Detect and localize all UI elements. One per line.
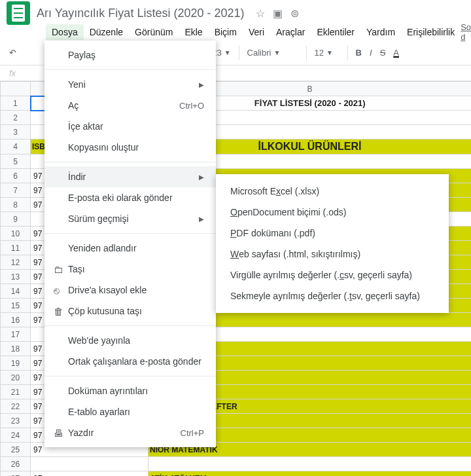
download-tsv[interactable]: Sekmeyle ayrılmış değerler (.tsv, geçerl…: [216, 285, 449, 306]
download-csv[interactable]: Virgülle ayrılmış değerler (.csv, geçerl…: [216, 265, 449, 285]
menu-item-open[interactable]: AçCtrl+O: [44, 95, 216, 116]
menu-item-add-shortcut[interactable]: ⎋Drive'a kısayol ekle: [44, 280, 216, 301]
download-submenu: Microsoft Excel (.xlsx) OpenDocument biç…: [216, 174, 449, 313]
menu-item-download[interactable]: İndir▶: [44, 166, 216, 187]
menu-item-version-history[interactable]: Sürüm geçmişi▶: [44, 208, 216, 229]
menu-item-move-to-trash[interactable]: 🗑Çöp kutusuna taşı: [44, 301, 216, 321]
menu-item-print[interactable]: 🖶YazdırCtrl+P: [44, 422, 216, 443]
row-header[interactable]: 11: [1, 241, 31, 255]
sheets-logo[interactable]: [7, 1, 30, 25]
row-header[interactable]: 14: [1, 284, 31, 299]
menu-addons[interactable]: Eklentiler: [311, 24, 360, 40]
fx-label: fx: [9, 68, 16, 78]
menu-insert[interactable]: Ekle: [179, 24, 208, 40]
menu-item-make-copy[interactable]: Kopyasını oluştur: [44, 137, 216, 158]
menu-help[interactable]: Yardım: [360, 24, 401, 40]
row-header[interactable]: 1: [1, 96, 31, 111]
bold-button[interactable]: B: [353, 45, 364, 60]
row-header[interactable]: 8: [1, 198, 31, 212]
menu-format[interactable]: Biçim: [209, 24, 243, 40]
row-header[interactable]: 4: [1, 139, 31, 155]
download-pdf[interactable]: PDF dokümanı (.pdf): [216, 223, 449, 244]
file-menu-dropdown: Paylaş Yeni▶ AçCtrl+O İçe aktar Kopyasın…: [44, 41, 216, 447]
download-ods[interactable]: OpenDocument biçimi (.ods): [216, 202, 449, 223]
menu-edit[interactable]: Düzenle: [84, 24, 129, 40]
row-header[interactable]: 2: [1, 111, 31, 125]
row-header[interactable]: 12: [1, 255, 31, 270]
row-header[interactable]: 10: [1, 227, 31, 241]
chevron-right-icon: ▶: [199, 174, 204, 181]
trash-icon: 🗑: [54, 306, 68, 317]
download-xlsx[interactable]: Microsoft Excel (.xlsx): [216, 181, 449, 202]
menu-item-share[interactable]: Paylaş: [44, 45, 216, 65]
menu-item-new[interactable]: Yeni▶: [44, 74, 216, 95]
row-header[interactable]: 21: [1, 385, 31, 399]
cloud-status-icon[interactable]: ⊚: [290, 8, 299, 19]
chevron-right-icon: ▶: [199, 215, 204, 223]
menu-view[interactable]: Görünüm: [129, 24, 179, 40]
row-header[interactable]: 17: [1, 327, 31, 342]
undo-button[interactable]: ↶: [7, 45, 19, 60]
row-header[interactable]: 19: [1, 356, 31, 371]
row-header[interactable]: 27: [1, 471, 31, 477]
strikethrough-button[interactable]: S: [377, 45, 389, 60]
move-folder-icon[interactable]: ▣: [273, 8, 283, 19]
folder-move-icon: 🗀: [54, 264, 68, 275]
text-color-button[interactable]: A: [391, 45, 402, 60]
star-icon[interactable]: ☆: [256, 8, 265, 19]
row-header[interactable]: 13: [1, 270, 31, 284]
menu-tools[interactable]: Araçlar: [270, 24, 311, 40]
menu-item-publish-web[interactable]: Web'de yayınla: [44, 330, 216, 351]
menu-item-rename[interactable]: Yeniden adlandır: [44, 238, 216, 259]
row-header[interactable]: 15: [1, 299, 31, 313]
menu-accessibility[interactable]: Erişilebilirlik: [401, 24, 461, 40]
menu-file[interactable]: Dosya: [46, 24, 84, 40]
row-header[interactable]: 24: [1, 428, 31, 443]
menu-item-move[interactable]: 🗀Taşı: [44, 259, 216, 280]
menu-item-document-details[interactable]: Doküman ayrıntıları: [44, 380, 216, 401]
italic-button[interactable]: I: [367, 45, 375, 60]
font-family-dropdown[interactable]: Calibri▼: [243, 46, 302, 60]
row-header[interactable]: 5: [1, 155, 31, 169]
cell[interactable]: [31, 457, 148, 471]
row-header[interactable]: 23: [1, 414, 31, 428]
row-header[interactable]: 18: [1, 342, 31, 356]
row-header[interactable]: 25: [1, 443, 31, 457]
chevron-right-icon: ▶: [199, 81, 204, 88]
cell[interactable]: ATİK ATÖLYEM: [148, 471, 472, 477]
doc-title[interactable]: Arı Yayıncılık Fiyat Listesi (2020 - 202…: [37, 7, 244, 20]
row-header[interactable]: 22: [1, 399, 31, 414]
menu-data[interactable]: Veri: [243, 24, 270, 40]
drive-shortcut-icon: ⎋: [54, 285, 68, 296]
menu-item-spreadsheet-settings[interactable]: E-tablo ayarları: [44, 401, 216, 422]
row-header[interactable]: 3: [1, 125, 31, 139]
font-size-dropdown[interactable]: 12▼: [311, 46, 343, 60]
menu-item-email-collaborators[interactable]: Ortak çalışanlara e-posta gönder: [44, 351, 216, 372]
last-edit-link[interactable]: Son d: [461, 22, 471, 42]
row-header[interactable]: 16: [1, 313, 31, 327]
row-header[interactable]: 26: [1, 457, 31, 471]
menu-item-import[interactable]: İçe aktar: [44, 116, 216, 137]
download-html[interactable]: Web sayfası (.html, sıkıştırılmış): [216, 244, 449, 265]
cell[interactable]: [148, 457, 472, 471]
menu-item-email-attachment[interactable]: E-posta eki olarak gönder: [44, 187, 216, 208]
row-header[interactable]: 7: [1, 183, 31, 198]
print-icon: 🖶: [54, 428, 68, 439]
row-header[interactable]: 6: [1, 169, 31, 183]
row-header[interactable]: 20: [1, 371, 31, 385]
corner-cell[interactable]: [1, 82, 31, 96]
cell[interactable]: 97: [31, 471, 148, 477]
row-header[interactable]: 9: [1, 212, 31, 227]
